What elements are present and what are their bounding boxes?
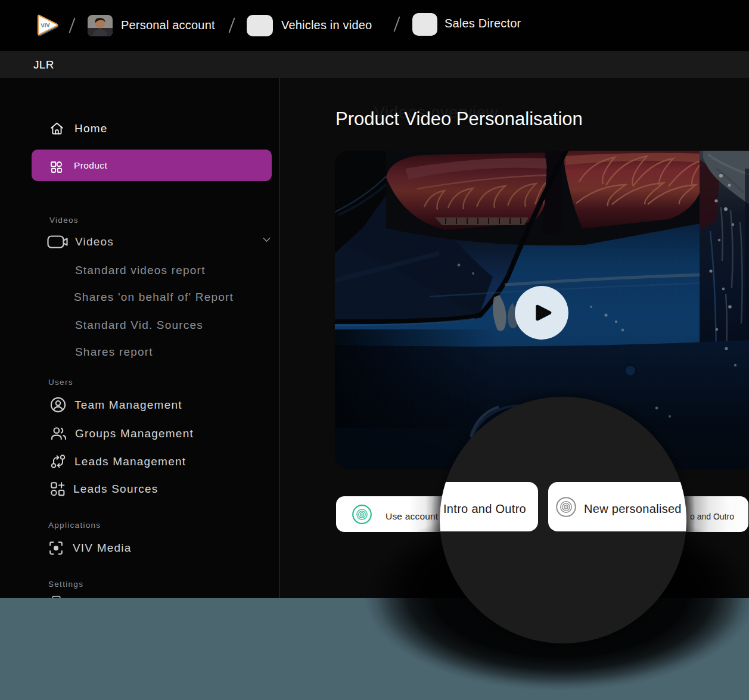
svg-text:VIV: VIV — [41, 21, 51, 29]
